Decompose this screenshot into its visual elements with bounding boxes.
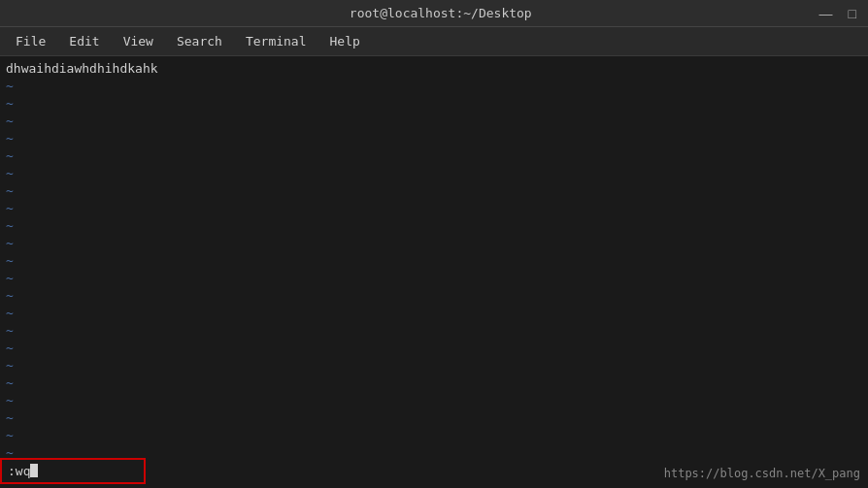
tilde-line-6: ~ (6, 165, 862, 182)
menu-bar: File Edit View Search Terminal Help (0, 27, 868, 56)
tilde-line-19: ~ (6, 392, 862, 409)
menu-help[interactable]: Help (318, 30, 372, 52)
footer-url: https://blog.csdn.net/X_pang (664, 467, 860, 480)
title-bar: root@localhost:~/Desktop — □ (0, 0, 868, 27)
tilde-line-12: ~ (6, 270, 862, 287)
command-text: :wq (8, 464, 30, 478)
tilde-line-20: ~ (6, 409, 862, 427)
tilde-line-17: ~ (6, 357, 862, 374)
menu-edit[interactable]: Edit (57, 30, 111, 52)
minimize-button[interactable]: — (816, 7, 837, 20)
tilde-line-16: ~ (6, 340, 862, 357)
tilde-line-7: ~ (6, 182, 862, 200)
tilde-line-2: ~ (6, 95, 862, 113)
menu-view[interactable]: View (112, 30, 165, 52)
command-input-box[interactable]: :wq (0, 458, 146, 484)
terminal-body[interactable]: dhwaihdiawhdhihdkahk ~ ~ ~ ~ ~ ~ ~ ~ ~ ~… (0, 56, 868, 488)
tilde-line-18: ~ (6, 374, 862, 392)
tilde-line-5: ~ (6, 147, 862, 165)
tilde-line-15: ~ (6, 322, 862, 340)
maximize-button[interactable]: □ (845, 7, 860, 20)
menu-file[interactable]: File (4, 30, 57, 52)
tilde-line-4: ~ (6, 130, 862, 147)
tilde-line-1: ~ (6, 78, 862, 95)
cursor (30, 464, 38, 477)
menu-search[interactable]: Search (165, 30, 234, 52)
menu-terminal[interactable]: Terminal (234, 30, 318, 52)
editor-first-line: dhwaihdiawhdhihdkahk (6, 60, 862, 78)
terminal-window: root@localhost:~/Desktop — □ File Edit V… (0, 0, 868, 488)
tilde-line-3: ~ (6, 113, 862, 130)
window-controls: — □ (816, 7, 860, 20)
tilde-line-13: ~ (6, 287, 862, 305)
tilde-line-9: ~ (6, 217, 862, 235)
window-title: root@localhost:~/Desktop (66, 6, 816, 20)
tilde-line-10: ~ (6, 235, 862, 252)
tilde-line-21: ~ (6, 427, 862, 444)
tilde-line-14: ~ (6, 305, 862, 322)
editor-content: dhwaihdiawhdhihdkahk ~ ~ ~ ~ ~ ~ ~ ~ ~ ~… (6, 60, 862, 484)
tilde-line-11: ~ (6, 252, 862, 270)
tilde-line-8: ~ (6, 200, 862, 217)
